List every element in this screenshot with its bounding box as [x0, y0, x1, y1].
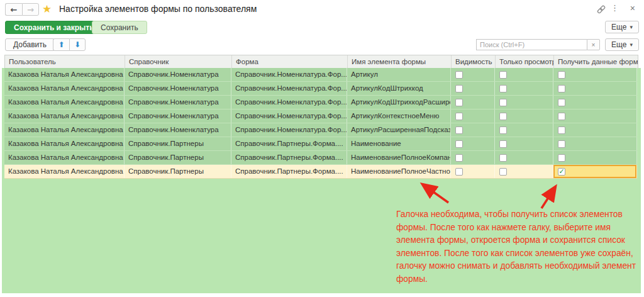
cell-element[interactable]: Наименование [347, 137, 451, 150]
visibility-checkbox[interactable] [455, 154, 463, 162]
cell-get-data[interactable] [553, 109, 637, 123]
forward-button[interactable]: → [22, 3, 39, 16]
cell-catalog[interactable]: Справочник.Партнеры [125, 151, 231, 164]
cell-user[interactable]: Казакова Наталья Александровна [4, 137, 125, 150]
cell-get-data[interactable] [553, 151, 637, 164]
view-only-checkbox[interactable] [499, 140, 507, 148]
cell-visibility[interactable] [451, 137, 495, 150]
cell-view-only[interactable] [495, 96, 553, 109]
cell-get-data[interactable] [553, 96, 637, 109]
cell-visibility[interactable] [451, 123, 495, 137]
column-header-form[interactable]: Форма [232, 55, 348, 68]
cell-element[interactable]: АртикулКодШтрихкодРасширен... [347, 96, 451, 109]
table-row[interactable]: Казакова Наталья АлександровнаСправочник… [4, 96, 637, 109]
more-button-toolbar[interactable]: Еще ▾ [605, 38, 639, 51]
favorite-star-icon[interactable]: ★ [42, 3, 52, 15]
cell-view-only[interactable] [495, 123, 553, 137]
cell-view-only[interactable] [495, 137, 553, 150]
back-button[interactable]: ← [5, 3, 22, 16]
visibility-checkbox[interactable] [455, 168, 463, 176]
menu-kebab-icon[interactable]: ⋮ [611, 3, 619, 13]
column-header-view-only[interactable]: Только просмотр [496, 55, 554, 68]
cell-user[interactable]: Казакова Наталья Александровна [4, 123, 125, 137]
visibility-checkbox[interactable] [455, 71, 463, 79]
cell-get-data[interactable] [553, 68, 637, 81]
close-icon[interactable]: × [630, 3, 635, 13]
column-header-element[interactable]: Имя элемента формы [348, 55, 452, 68]
cell-view-only[interactable] [495, 68, 553, 81]
cell-form[interactable]: Справочник.Партнеры.Форма.... [231, 137, 347, 150]
cell-catalog[interactable]: Справочник.Партнеры [125, 137, 231, 150]
view-only-checkbox[interactable] [499, 113, 507, 120]
cell-form[interactable]: Справочник.Номенклатура.Фор... [231, 82, 347, 95]
cell-form[interactable]: Справочник.Номенклатура.Фор... [231, 123, 347, 137]
cell-element[interactable]: АртикулКодШтрихкод [347, 82, 451, 95]
settings-table[interactable]: Казакова Наталья АлександровнаСправочник… [4, 68, 637, 179]
get-data-checkbox[interactable] [558, 126, 565, 134]
search-clear-button[interactable]: × [587, 39, 600, 50]
table-row[interactable]: Казакова Наталья АлександровнаСправочник… [4, 165, 637, 179]
cell-form[interactable]: Справочник.Номенклатура.Фор... [231, 109, 347, 123]
get-data-checkbox[interactable] [558, 154, 565, 162]
cell-get-data[interactable] [553, 137, 637, 150]
cell-catalog[interactable]: Справочник.Номенклатура [125, 109, 231, 123]
get-link-icon[interactable] [596, 5, 606, 16]
cell-form[interactable]: Справочник.Партнеры.Форма.... [231, 151, 347, 164]
column-header-get-data[interactable]: Получить данные формы [554, 55, 638, 68]
cell-element[interactable]: АртикулКонтекстноеМеню [347, 109, 451, 123]
view-only-checkbox[interactable] [499, 168, 507, 176]
cell-catalog[interactable]: Справочник.Номенклатура [125, 123, 231, 137]
cell-view-only[interactable] [495, 165, 553, 178]
cell-view-only[interactable] [495, 82, 553, 95]
column-header-catalog[interactable]: Справочник [125, 55, 232, 68]
cell-catalog[interactable]: Справочник.Номенклатура [125, 82, 231, 95]
get-data-checkbox[interactable] [558, 71, 565, 79]
view-only-checkbox[interactable] [499, 71, 507, 79]
add-button[interactable]: Добавить [5, 38, 55, 51]
table-row[interactable]: Казакова Наталья АлександровнаСправочник… [4, 68, 637, 82]
visibility-checkbox[interactable] [455, 140, 463, 148]
cell-user[interactable]: Казакова Наталья Александровна [4, 151, 125, 164]
cell-visibility[interactable] [451, 109, 495, 123]
cell-user[interactable]: Казакова Наталья Александровна [4, 68, 125, 81]
get-data-checkbox[interactable] [558, 85, 565, 92]
cell-form[interactable]: Справочник.Номенклатура.Фор... [231, 68, 347, 81]
cell-visibility[interactable] [451, 68, 495, 81]
save-button[interactable]: Сохранить [92, 21, 147, 34]
move-up-button[interactable]: ⬆ [53, 38, 69, 51]
more-button-top[interactable]: Еще ▾ [605, 21, 639, 33]
cell-catalog[interactable]: Справочник.Номенклатура [125, 96, 231, 109]
cell-visibility[interactable] [451, 151, 495, 164]
get-data-checkbox[interactable] [558, 99, 565, 106]
cell-visibility[interactable] [451, 82, 495, 95]
cell-view-only[interactable] [495, 151, 553, 164]
visibility-checkbox[interactable] [455, 99, 463, 106]
table-row[interactable]: Казакова Наталья АлександровнаСправочник… [4, 137, 637, 151]
cell-element[interactable]: АртикулРасширеннаяПодсказка [347, 123, 451, 137]
get-data-checkbox[interactable] [558, 113, 565, 120]
cell-form[interactable]: Справочник.Партнеры.Форма.... [231, 165, 347, 178]
cell-element[interactable]: НаименованиеПолноеКомпания [347, 151, 451, 164]
column-header-user[interactable]: Пользователь [5, 55, 125, 68]
get-data-checkbox[interactable]: ✓ [558, 168, 565, 176]
cell-get-data[interactable] [553, 123, 637, 137]
cell-form[interactable]: Справочник.Номенклатура.Фор... [231, 96, 347, 109]
table-row[interactable]: Казакова Наталья АлександровнаСправочник… [4, 109, 637, 123]
cell-get-data[interactable] [553, 82, 637, 95]
cell-get-data[interactable]: ✓ [553, 165, 637, 178]
search-input[interactable] [476, 39, 587, 50]
visibility-checkbox[interactable] [455, 113, 463, 120]
table-row[interactable]: Казакова Наталья АлександровнаСправочник… [4, 82, 637, 96]
cell-visibility[interactable] [451, 96, 495, 109]
cell-catalog[interactable]: Справочник.Партнеры [125, 165, 231, 178]
view-only-checkbox[interactable] [499, 126, 507, 134]
cell-visibility[interactable] [451, 165, 495, 178]
cell-user[interactable]: Казакова Наталья Александровна [4, 82, 125, 95]
cell-element[interactable]: Артикул [347, 68, 451, 81]
save-and-close-button[interactable]: Сохранить и закрыть [5, 21, 103, 34]
move-down-button[interactable]: ⬇ [69, 38, 86, 51]
view-only-checkbox[interactable] [499, 99, 507, 106]
cell-view-only[interactable] [495, 109, 553, 123]
table-row[interactable]: Казакова Наталья АлександровнаСправочник… [4, 151, 637, 165]
cell-user[interactable]: Казакова Наталья Александровна [4, 165, 125, 178]
